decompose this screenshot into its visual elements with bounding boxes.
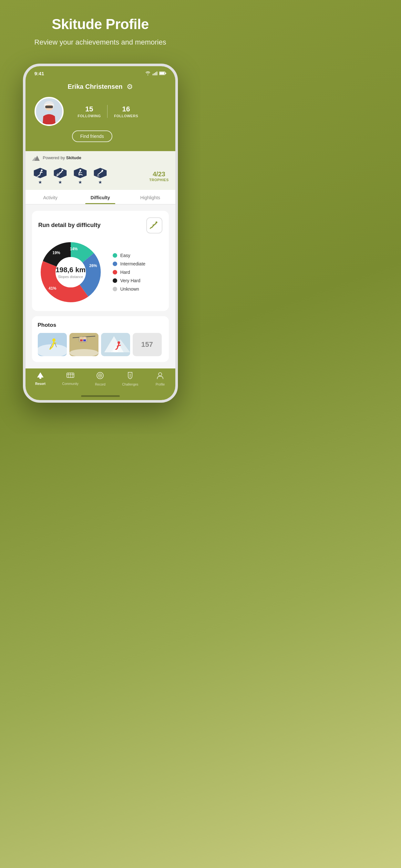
svg-rect-45 xyxy=(39,376,41,379)
nav-label-community: Community xyxy=(62,382,79,385)
following-label: FOLLOWING xyxy=(78,114,101,118)
skier-down-icon xyxy=(36,169,44,177)
skitude-banner: Powered by Skitude xyxy=(26,151,175,165)
status-icons xyxy=(145,71,166,75)
legend-intermediate: Intermediate xyxy=(113,261,146,267)
photo-thumb-2[interactable] xyxy=(69,333,98,356)
label-easy: 14% xyxy=(70,247,78,251)
skier-trick-icon xyxy=(76,169,85,177)
trophy-count: 4/23 TROPHIES xyxy=(149,170,168,182)
trophies-row: ★ ★ xyxy=(26,165,175,190)
home-indicator xyxy=(26,393,175,400)
card-header: Run detail by difficulty xyxy=(38,217,162,234)
settings-icon[interactable]: ⚙ xyxy=(127,83,133,91)
badge-hex-4 xyxy=(93,168,108,178)
donut-center-label: Slopes distance xyxy=(56,275,86,279)
svg-point-35 xyxy=(83,337,86,339)
photo-3-image xyxy=(101,333,130,356)
following-count: 15 xyxy=(85,105,93,113)
bottom-nav: Resort Community xyxy=(26,368,175,393)
label-very-hard: 19% xyxy=(52,251,60,255)
chart-container: 198,6 km Slopes distance 14% 26% 41% 19% xyxy=(38,240,162,305)
run-detail-title: Run detail by difficulty xyxy=(38,222,101,228)
skitude-powered-text: Powered by Skitude xyxy=(43,155,81,160)
run-detail-card: Run detail by difficulty xyxy=(32,211,169,311)
resort-icon xyxy=(36,372,44,381)
svg-line-21 xyxy=(100,172,102,173)
skier-jump-icon xyxy=(96,169,104,177)
legend-label-unknown: Unknown xyxy=(120,286,139,291)
legend-label-very-hard: Very Hard xyxy=(120,278,141,283)
trophy-count-label: TROPHIES xyxy=(149,178,168,182)
nav-label-record: Record xyxy=(95,383,105,386)
donut-center-value: 198,6 km xyxy=(56,266,86,274)
svg-rect-10 xyxy=(45,105,53,108)
status-time: 9:41 xyxy=(35,71,44,76)
photo-count-box[interactable]: 157 xyxy=(133,333,162,356)
wifi-icon xyxy=(145,71,151,75)
chart-legend: Easy Intermediate Hard Very Hard xyxy=(113,253,146,291)
svg-rect-6 xyxy=(159,72,164,74)
challenges-icon xyxy=(127,372,134,381)
badge-star-2: ★ xyxy=(58,180,62,185)
ski-icon-button[interactable] xyxy=(146,217,162,234)
followers-label: FOLLOWERS xyxy=(114,114,138,118)
legend-label-hard: Hard xyxy=(120,270,130,275)
followers-stat: 16 FOLLOWERS xyxy=(107,105,145,118)
record-icon xyxy=(96,372,104,381)
svg-point-53 xyxy=(99,375,101,376)
photo-2-image xyxy=(69,333,98,356)
photo-count: 157 xyxy=(141,340,153,349)
trophy-badge-2: ★ xyxy=(52,168,69,185)
main-content: Run detail by difficulty xyxy=(26,205,175,368)
nav-label-profile: Profile xyxy=(156,383,165,386)
tab-difficulty[interactable]: Difficulty xyxy=(75,190,125,204)
legend-dot-hard xyxy=(113,270,117,275)
nav-item-challenges[interactable]: Challenges xyxy=(115,372,145,386)
badge-hex-2 xyxy=(53,168,68,178)
profile-header: Erika Christensen ⚙ xyxy=(26,79,175,151)
photos-title: Photos xyxy=(38,322,163,329)
svg-rect-37 xyxy=(83,339,86,341)
nav-item-record[interactable]: Record xyxy=(85,372,115,386)
trophy-badge-1: ★ xyxy=(32,168,49,185)
svg-point-34 xyxy=(80,337,83,339)
skitude-logo-icon xyxy=(32,154,41,161)
svg-rect-0 xyxy=(152,74,153,75)
find-friends-button[interactable]: Find friends xyxy=(72,130,112,142)
legend-label-intermediate: Intermediate xyxy=(120,261,146,267)
legend-unknown: Unknown xyxy=(113,286,146,291)
nav-item-profile[interactable]: Profile xyxy=(145,372,175,386)
photos-card: Photos xyxy=(32,316,169,362)
photos-row: 157 xyxy=(38,333,163,356)
skitude-logo: Powered by Skitude xyxy=(32,154,81,161)
svg-rect-2 xyxy=(155,72,156,75)
nav-item-community[interactable]: Community xyxy=(55,372,85,386)
legend-dot-intermediate xyxy=(113,261,117,266)
tab-highlights[interactable]: Highlights xyxy=(125,190,175,204)
badge-hex-3 xyxy=(73,168,88,178)
svg-rect-22 xyxy=(97,176,99,176)
tabs-row: Activity Difficulty Highlights xyxy=(26,190,175,205)
nav-item-resort[interactable]: Resort xyxy=(26,372,56,386)
nav-label-challenges: Challenges xyxy=(122,383,138,386)
legend-label-easy: Easy xyxy=(120,253,130,258)
followers-count: 16 xyxy=(122,105,130,113)
legend-dot-unknown xyxy=(113,287,117,291)
photo-1-image xyxy=(38,333,67,356)
legend-easy: Easy xyxy=(113,253,146,258)
photo-thumb-1[interactable] xyxy=(38,333,67,356)
follow-stats: 15 FOLLOWING 16 FOLLOWERS xyxy=(71,105,166,118)
legend-dot-easy xyxy=(113,253,117,258)
ski-filter-icon xyxy=(150,221,159,230)
svg-point-55 xyxy=(130,376,131,377)
label-hard: 41% xyxy=(49,286,56,290)
profile-nav-icon xyxy=(157,372,164,381)
svg-point-56 xyxy=(158,373,162,376)
svg-rect-5 xyxy=(165,73,166,74)
tab-activity[interactable]: Activity xyxy=(26,190,75,204)
svg-line-14 xyxy=(40,172,42,173)
label-intermediate: 26% xyxy=(89,264,97,268)
avatar xyxy=(35,97,64,126)
photo-thumb-3[interactable] xyxy=(101,333,130,356)
